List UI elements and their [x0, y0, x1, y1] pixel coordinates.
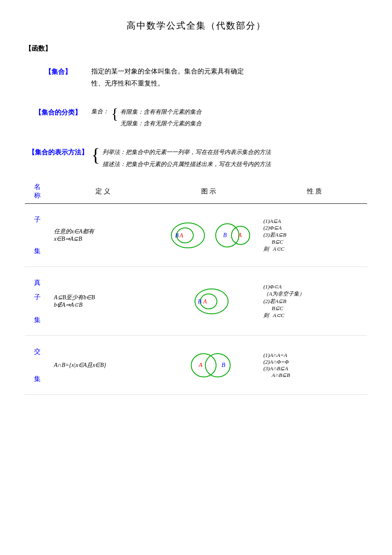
table-row-proper-subset: 真 子 集 A⊆B至少有b∈B b∉A⇒A⊂B A B (1)Φ⊂A （A为非空…	[25, 267, 367, 336]
svg-text:B: B	[223, 232, 227, 238]
svg-text:B: B	[198, 298, 202, 305]
row-def-subset: 任意的x∈A都有 x∈B⇒A⊆B	[50, 228, 160, 242]
row-prop-intersection: (1)A∩A=A (2)A∩Φ=Φ (3)A∩B⊆A A∩B⊆B	[261, 352, 367, 379]
svg-text:B: B	[222, 362, 225, 368]
header-def: 定 义	[50, 187, 156, 196]
row-fig-subset: A B B A	[160, 219, 261, 252]
row-prop-proper: (1)Φ⊂A （A为非空子集） (2)若A⊆B B⊆C 则 A⊂C	[261, 284, 367, 319]
svg-point-12	[191, 354, 216, 377]
svg-text:A: A	[203, 298, 207, 305]
term-def-classification: 集合： { 有限集：含有有限个元素的集合 无限集：含有无限个元素的集合	[91, 106, 367, 130]
subset-fig-separate: B A	[215, 219, 252, 252]
table-header: 名 称 定 义 图 示 性 质	[25, 183, 367, 204]
term-def-notation: { 列举法：把集合中的元素一一列举，写在在括号内表示集合的方法 描述法：把集合中…	[91, 146, 367, 171]
classification-item-0: 有限集：含有有限个元素的集合	[120, 106, 202, 118]
header-name: 名	[34, 183, 41, 191]
notation-item-1: 描述法：把集合中元素的公共属性描述出来，写在大括号内的方法	[102, 158, 271, 170]
row-fig-intersection: A B	[160, 349, 261, 382]
term-label-classification: 【集合的分类】	[25, 106, 91, 117]
set-prefix: 集合：	[91, 106, 109, 117]
svg-point-1	[177, 228, 193, 243]
intersection-fig: A B	[188, 349, 234, 382]
term-def-set: 指定的某一对象的全体叫集合。集合的元素具有确定 性、无序性和不重复性。	[91, 66, 367, 90]
block-set: 【集合】 指定的某一对象的全体叫集合。集合的元素具有确定 性、无序性和不重复性。	[25, 61, 367, 94]
proper-subset-fig: A B	[192, 285, 229, 318]
svg-text:A: A	[238, 232, 242, 238]
row-prop-subset: (1)A⊆A (2)Φ⊆A (3)若A⊆B B⊆C 则 A⊂C	[261, 218, 367, 253]
block-set-classification: 【集合的分类】 集合： { 有限集：含有有限个元素的集合 无限集：含有无限个元素…	[25, 102, 367, 134]
header-fig: 图 示	[156, 187, 261, 196]
notation-item-0: 列举法：把集合中的元素一一列举，写在在括号内表示集合的方法	[102, 146, 271, 158]
svg-text:A: A	[179, 232, 183, 239]
table-row-intersection: 交 集 A∩B={x|x∈A且x∈B} A B (1)A∩A=A (2)A∩Φ=…	[25, 336, 367, 394]
row-def-proper: A⊆B至少有b∈B b∉A⇒A⊂B	[50, 294, 160, 308]
block-set-notation: 【集合的表示方法】 { 列举法：把集合中的元素一一列举，写在在括号内表示集合的方…	[25, 142, 367, 175]
row-def-intersection: A∩B={x|x∈A且x∈B}	[50, 362, 160, 369]
header-prop: 性 质	[261, 187, 367, 196]
table-row-subset: 子 集 任意的x∈A都有 x∈B⇒A⊆B A B	[25, 204, 367, 266]
classification-item-1: 无限集：含有无限个元素的集合	[120, 118, 202, 130]
svg-text:A: A	[198, 362, 203, 368]
title-sub: （代数部分）	[206, 20, 266, 31]
section-header-functions: 【函数】	[25, 44, 367, 53]
svg-point-9	[200, 294, 217, 309]
svg-point-4	[216, 224, 239, 247]
page-title: 高中数学公式全集（代数部分）	[25, 17, 367, 32]
subset-fig-contained: A B	[169, 219, 207, 252]
term-label-set: 【集合】	[25, 66, 91, 76]
table-section: 名 称 定 义 图 示 性 质 子 集 任意的x∈A都有 x∈B⇒A⊆B	[25, 183, 367, 394]
row-fig-proper: A B	[160, 285, 261, 318]
svg-point-13	[205, 354, 230, 377]
svg-text:B: B	[175, 232, 179, 239]
term-label-notation: 【集合的表示方法】	[25, 146, 91, 157]
